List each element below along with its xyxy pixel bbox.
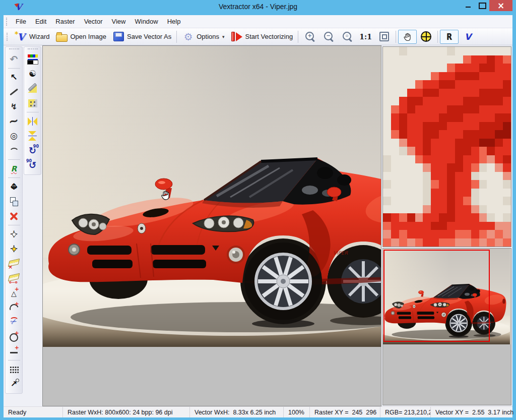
menu-raster[interactable]: Raster [51, 16, 79, 27]
menu-file[interactable]: File [11, 16, 31, 27]
window-controls [461, 0, 512, 11]
dropdown-arrow-icon: ▾ [222, 34, 225, 39]
raster-r-icon [443, 31, 456, 42]
menu-vector[interactable]: Vector [80, 16, 107, 27]
despeckle-tool[interactable] [25, 96, 40, 110]
titlebar: Vextractor x64 - Viper.jpg [0, 0, 516, 15]
delete-object-tool[interactable] [6, 209, 22, 223]
curve-icon [8, 115, 20, 127]
wizard-button[interactable]: Wizard [12, 30, 52, 44]
open-image-button[interactable]: Open Image [52, 30, 109, 44]
save-vector-icon [112, 31, 125, 42]
undo-tool[interactable] [6, 52, 22, 67]
status-bar: ReadyRaster WxH: 800x600: 24 bpp: 96 dpi… [4, 406, 512, 417]
move-center-tool[interactable] [6, 242, 22, 256]
menubar-grip [6, 18, 9, 26]
tool-separator [8, 360, 20, 361]
grid-snap-tool[interactable] [6, 362, 22, 377]
center-view-button[interactable] [417, 30, 435, 44]
status-vector-size: Vector WxH: 8.33x 6.25 inch [190, 407, 284, 417]
zoom-window-button[interactable] [338, 30, 356, 44]
menu-edit[interactable]: Edit [31, 16, 51, 27]
pixel-magnifier-view [383, 47, 511, 247]
save-vector-as-button[interactable]: Save Vector As [109, 30, 174, 44]
menu-items: FileEditRasterVectorViewWindowHelp [11, 16, 185, 27]
clean-raster-tool[interactable] [25, 81, 40, 96]
trace-tool[interactable] [6, 161, 22, 176]
flip-horizontal-tool[interactable] [25, 129, 40, 143]
rotate-ccw-icon [26, 159, 39, 171]
overview-thumbnail [383, 249, 511, 344]
main-toolbar: WizardOpen ImageSave Vector AsOptions▾St… [4, 28, 512, 45]
erase-segment-tool[interactable] [6, 271, 22, 285]
menu-view[interactable]: View [107, 16, 131, 27]
close-button[interactable] [489, 0, 512, 11]
rotate-90-cw-tool[interactable] [25, 143, 40, 158]
arc-tool[interactable] [6, 143, 22, 158]
toolbar-grip [7, 33, 10, 41]
add-node-tool[interactable] [6, 285, 22, 300]
polyline-tool[interactable] [6, 99, 22, 114]
status-rgb-value: RGB= 213,210,20 [380, 407, 431, 417]
polyline-icon [8, 101, 20, 112]
status-ready: Ready [4, 407, 63, 417]
copy-object-tool[interactable] [6, 194, 22, 209]
hand-icon [401, 31, 414, 42]
invert-image-tool[interactable] [25, 67, 40, 81]
add-arc-node-tool[interactable] [6, 300, 22, 315]
start-vectorizing-button[interactable]: Start Vectorizing [228, 30, 296, 44]
color-reduction-tool[interactable] [25, 52, 40, 67]
rotate-90-ccw-tool[interactable] [25, 158, 40, 172]
select-tool[interactable] [6, 70, 22, 85]
cut-segment-tool[interactable] [6, 315, 22, 329]
show-raster-button[interactable] [440, 30, 459, 44]
zoom-out-icon [322, 31, 335, 42]
move-object-tool[interactable] [6, 179, 22, 194]
curve-tool[interactable] [6, 114, 22, 129]
overview-panel[interactable] [382, 248, 511, 405]
despeckle-icon [26, 97, 39, 109]
line-tool[interactable] [6, 85, 22, 99]
tool-separator [8, 177, 20, 178]
zoom-in-button[interactable] [300, 30, 319, 44]
circle-tool-icon [8, 130, 20, 142]
window-title: Vextractor x64 - Viper.jpg [0, 3, 516, 11]
erase-object-tool[interactable] [6, 256, 22, 271]
zoom-out-button[interactable] [319, 30, 338, 44]
move-center-icon [8, 243, 20, 255]
workspace [4, 45, 512, 406]
open-image-icon [55, 31, 68, 42]
undo-icon [8, 53, 20, 65]
viewport-rectangle[interactable] [383, 250, 490, 342]
zoom-actual-size-button[interactable] [356, 30, 375, 44]
side-panels [381, 45, 512, 406]
pick-point-tool[interactable] [6, 377, 22, 391]
tool-palette [4, 45, 42, 406]
move-node-tool[interactable] [6, 227, 22, 242]
show-vector-button[interactable] [459, 30, 477, 44]
close-curve-tool[interactable] [6, 329, 22, 344]
pixel-magnifier-panel[interactable] [382, 46, 511, 247]
flip-vertical-tool[interactable] [25, 114, 40, 129]
add-segment-icon [8, 345, 20, 357]
maximize-button[interactable] [475, 0, 489, 11]
menu-window[interactable]: Window [130, 16, 162, 27]
toolbar-separator [396, 31, 396, 43]
menu-help[interactable]: Help [163, 16, 185, 27]
status-zoom-level: 100% [284, 407, 310, 417]
flip-horizontal-icon [27, 130, 38, 142]
target-icon [420, 31, 432, 42]
clean-raster-icon [26, 83, 39, 94]
close-curve-icon [8, 331, 20, 342]
add-segment-tool[interactable] [6, 344, 22, 358]
erase-object-icon [8, 258, 20, 269]
tool-separator [8, 68, 20, 69]
zoom-fit-button[interactable] [375, 30, 394, 44]
pan-tool-button[interactable] [398, 30, 417, 44]
circle-tool[interactable] [6, 129, 22, 143]
options-button[interactable]: Options▾ [179, 30, 227, 44]
rotate-cw-icon [26, 145, 39, 156]
add-arc-node-icon [8, 302, 20, 313]
main-canvas[interactable] [42, 45, 381, 406]
minimize-button[interactable] [461, 0, 475, 11]
